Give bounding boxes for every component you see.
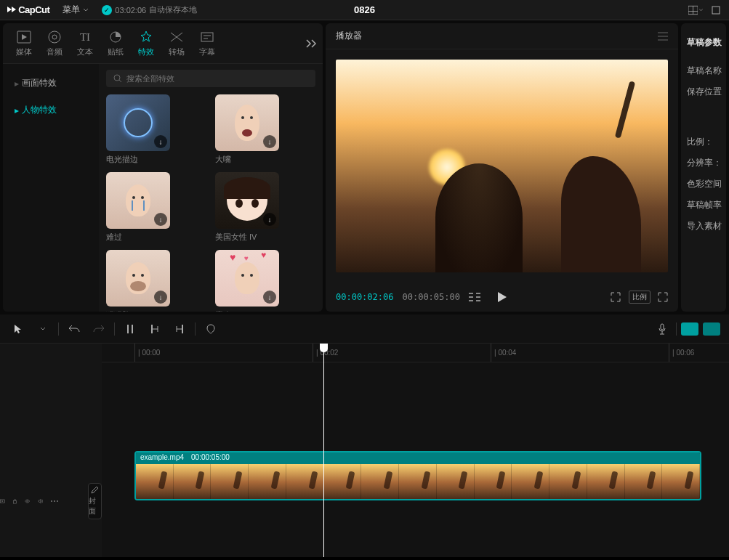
track-toggle-1[interactable] [681, 322, 698, 336]
tab-text[interactable]: TI 文本 [70, 26, 100, 60]
draft-row: 草稿帧率 [687, 195, 720, 216]
tab-subtitle[interactable]: 字幕 [192, 26, 222, 60]
track-toggle-2[interactable] [703, 322, 720, 336]
download-icon[interactable]: ↓ [263, 135, 276, 148]
more-icon[interactable]: ⋯ [50, 496, 59, 506]
draft-row: 比例： [687, 131, 720, 153]
download-icon[interactable]: ↓ [263, 291, 276, 304]
autosave-indicator: ✓ 03:02:06 自动保存本地 [102, 4, 197, 15]
pencil-icon [90, 486, 99, 495]
download-icon[interactable]: ↓ [263, 213, 276, 226]
effects-search[interactable] [106, 70, 315, 87]
svg-point-33 [27, 500, 28, 502]
player-menu-icon[interactable] [658, 32, 668, 41]
draft-header: 草稿参数 [687, 32, 720, 53]
clip-duration: 00:00:05:00 [191, 453, 230, 463]
volume-icon[interactable] [38, 495, 43, 507]
mic-icon[interactable] [653, 320, 672, 338]
chevron-down-icon [83, 7, 89, 13]
top-bar: CapCut 菜单 ✓ 03:02:06 自动保存本地 0826 [0, 0, 729, 20]
fullscreen-icon[interactable] [658, 292, 668, 302]
audio-icon [47, 29, 63, 45]
eye-icon[interactable] [25, 495, 30, 507]
effect-item[interactable]: ↓ 美国女性 IV [215, 172, 315, 243]
svg-rect-8 [201, 33, 213, 41]
current-time: 00:00:02:06 [336, 292, 393, 302]
marker-tool[interactable] [201, 320, 220, 338]
svg-point-6 [52, 35, 57, 39]
effect-icon [138, 29, 154, 45]
redo-button[interactable] [89, 320, 108, 338]
effect-item[interactable]: ♥♥♥↓ 喜欢 [215, 250, 315, 312]
player-header: 播放器 [326, 23, 678, 49]
category-person-effects[interactable]: ▸人物特效 [3, 97, 99, 123]
transition-icon [169, 29, 185, 45]
subtitle-icon [199, 29, 215, 45]
selection-tool[interactable] [9, 320, 28, 338]
download-icon[interactable]: ↓ [154, 291, 167, 304]
check-icon: ✓ [102, 5, 112, 15]
trim-right-tool[interactable] [170, 320, 189, 338]
double-chevron-right-icon [305, 39, 317, 48]
tab-transition[interactable]: 转场 [161, 26, 192, 60]
svg-rect-32 [14, 500, 17, 503]
category-screen-effects[interactable]: ▸画面特效 [3, 70, 99, 97]
download-icon[interactable]: ↓ [154, 135, 167, 148]
svg-rect-30 [661, 324, 664, 330]
aspect-ratio-button[interactable]: 比例 [629, 291, 651, 304]
effect-item[interactable]: ↓ 大嘴 [215, 94, 315, 165]
crop-icon[interactable] [610, 291, 621, 303]
split-tool[interactable] [121, 320, 140, 338]
timeline-tracks[interactable]: | 00:00| 00:02| 00:04| 00:06 example.mp4… [102, 344, 729, 557]
draft-row: 保存位置 [687, 81, 720, 102]
lock-icon[interactable] [12, 495, 17, 507]
effect-category-list: ▸画面特效 ▸人物特效 [3, 64, 99, 312]
tab-effects[interactable]: 特效 [131, 26, 161, 60]
player-panel: 播放器 00:00:02:06 00:00:05:00 [326, 23, 678, 312]
tab-sticker[interactable]: 贴纸 [100, 26, 131, 60]
project-title: 0826 [354, 4, 375, 15]
more-tabs-button[interactable] [305, 39, 317, 48]
timeline-ruler[interactable]: | 00:00| 00:02| 00:04| 00:06 [102, 344, 729, 362]
layout-icon[interactable] [688, 3, 703, 17]
play-button[interactable] [497, 291, 507, 303]
cover-button[interactable]: 封面 [88, 483, 102, 519]
timeline-toolbar [0, 315, 729, 344]
svg-line-12 [119, 80, 121, 82]
app-logo: CapCut [6, 4, 49, 15]
effects-panel: 媒体 音频 TI 文本 贴纸 特效 转场 [3, 23, 323, 312]
tab-audio[interactable]: 音频 [39, 26, 70, 60]
trim-left-tool[interactable] [145, 320, 164, 338]
total-time: 00:00:05:00 [402, 292, 459, 302]
playhead[interactable] [323, 344, 324, 557]
video-clip[interactable]: example.mp4 00:00:05:00 [134, 451, 701, 500]
timeline-left-controls: ⋯ 封面 [0, 344, 102, 557]
draft-params-panel: 草稿参数 草稿名称 保存位置 比例： 分辨率： 色彩空间 草稿帧率 导入素材 [681, 23, 726, 312]
draft-row: 色彩空间 [687, 174, 720, 195]
effect-item[interactable]: ↓ 电光描边 [106, 94, 206, 165]
video-preview[interactable] [336, 60, 668, 272]
export-icon[interactable] [709, 3, 723, 17]
menu-button[interactable]: 菜单 [57, 2, 94, 17]
text-icon: TI [77, 29, 93, 45]
clip-name: example.mp4 [140, 453, 184, 463]
draft-row: 分辨率： [687, 153, 720, 174]
svg-point-11 [114, 75, 120, 81]
draft-row: 导入素材 [687, 216, 720, 237]
effect-item[interactable]: ↓ 难过 [106, 172, 206, 243]
chevron-down-icon[interactable] [33, 320, 52, 338]
search-input[interactable] [126, 74, 308, 83]
media-tabs: 媒体 音频 TI 文本 贴纸 特效 转场 [3, 23, 323, 64]
download-icon[interactable]: ↓ [154, 213, 167, 226]
undo-button[interactable] [65, 320, 84, 338]
timeline-panel: ⋯ 封面 | 00:00| 00:02| 00:04| 00:06 exampl… [0, 315, 729, 557]
search-icon [113, 74, 122, 83]
tab-media[interactable]: 媒体 [9, 26, 39, 60]
svg-point-5 [49, 31, 60, 43]
svg-rect-3 [712, 7, 720, 14]
list-icon[interactable] [469, 293, 480, 301]
player-title: 播放器 [336, 30, 362, 42]
effect-item[interactable]: ↓ 猩猩脸 [106, 250, 206, 312]
play-icon [497, 291, 507, 303]
expand-icon[interactable] [0, 495, 5, 507]
